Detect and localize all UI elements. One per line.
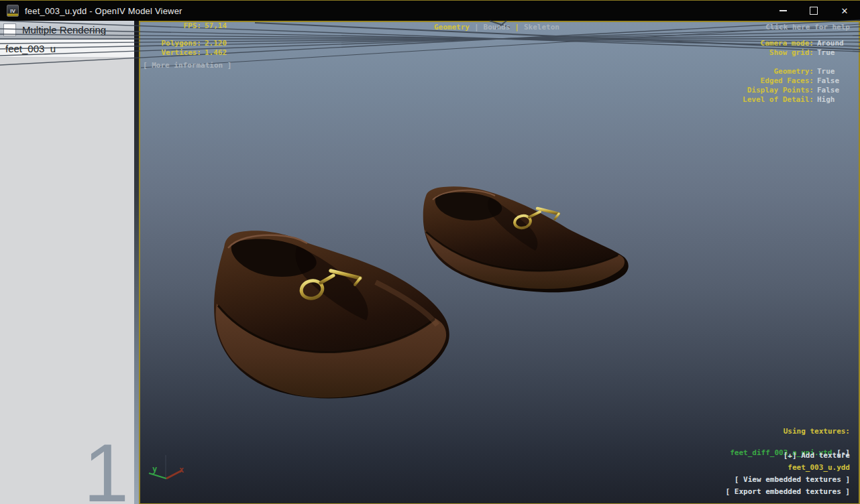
- sidebar-item-feet-003-u[interactable]: feet_003_u: [0, 40, 134, 58]
- minimize-icon: [780, 10, 787, 11]
- tab-skeleton[interactable]: Skeleton: [524, 23, 559, 32]
- show-grid-setting[interactable]: Show grid:True: [713, 48, 847, 58]
- display-points-setting[interactable]: Display Points:False: [713, 86, 847, 95]
- multiple-rendering-checkbox[interactable]: [3, 23, 16, 36]
- close-icon: ✕: [841, 6, 849, 16]
- list-item-label: feet_003_u: [5, 43, 56, 54]
- polygons-counter: Polygons:2.120: [144, 39, 227, 48]
- openiv-app-icon: IV: [7, 5, 19, 17]
- maximize-button[interactable]: [798, 1, 829, 21]
- minimize-button[interactable]: [767, 1, 798, 21]
- tab-bounds[interactable]: Bounds: [484, 23, 510, 32]
- fps-counter: FPS:57,14: [144, 21, 227, 31]
- add-texture-button[interactable]: [+] Add texture: [784, 451, 850, 460]
- model-file-name: feet_003_u.ydd: [788, 463, 850, 472]
- openiv-model-viewer-window: IV feet_003_u.ydd - OpenIV Model Viewer …: [0, 0, 860, 504]
- view-mode-tabs: Geometry | Bounds | Skeleton: [434, 23, 559, 32]
- more-information-button[interactable]: [ More information ]: [143, 61, 231, 70]
- level-of-detail-setting[interactable]: Level of Detail:High: [713, 95, 847, 105]
- geometry-setting[interactable]: Geometry:True: [713, 67, 847, 76]
- title-bar: IV feet_003_u.ydd - OpenIV Model Viewer …: [0, 1, 860, 21]
- tab-separator: |: [474, 23, 479, 32]
- page-number: 1: [83, 432, 129, 504]
- tab-geometry[interactable]: Geometry: [434, 23, 470, 32]
- export-embedded-textures-button[interactable]: [ Export embedded textures ]: [726, 487, 850, 497]
- help-link[interactable]: Click here for help: [765, 23, 850, 32]
- vertices-counter: Vertices:1.462: [144, 48, 227, 58]
- edged-faces-setting[interactable]: Edged Faces:False: [713, 76, 847, 86]
- window-title: feet_003_u.ydd - OpenIV Model Viewer: [25, 6, 182, 16]
- using-textures-header: Using textures:: [784, 427, 850, 436]
- camera-mode-setting[interactable]: Camera mode:Around: [713, 39, 847, 48]
- tab-separator: |: [515, 23, 519, 32]
- multiple-rendering-header: Multiple Rendering: [0, 21, 134, 40]
- close-button[interactable]: ✕: [829, 1, 860, 21]
- sidebar-splitter[interactable]: [134, 21, 139, 504]
- model-list-sidebar: Multiple Rendering feet_003_u 1: [0, 21, 134, 504]
- view-embedded-textures-button[interactable]: [ View embedded textures ]: [735, 475, 850, 485]
- multiple-rendering-label: Multiple Rendering: [22, 24, 106, 36]
- maximize-icon: [810, 7, 818, 15]
